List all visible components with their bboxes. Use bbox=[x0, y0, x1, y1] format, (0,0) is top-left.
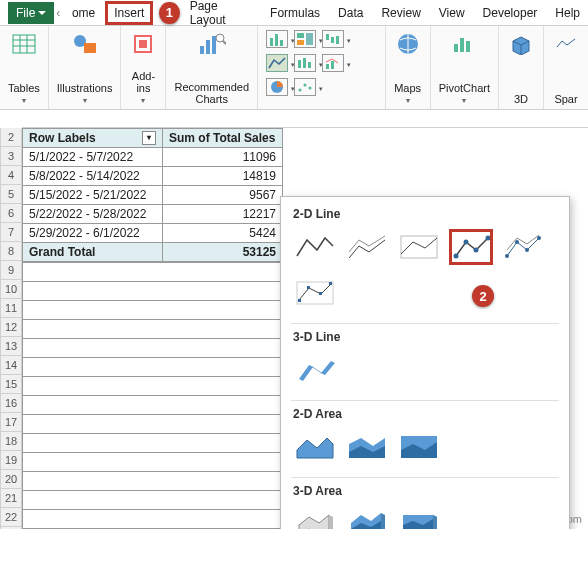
line-chart-button[interactable]: ▾ bbox=[266, 54, 288, 72]
table-row[interactable]: 5/22/2022 - 5/28/202212217 bbox=[23, 205, 283, 224]
row-header[interactable]: 10 bbox=[0, 280, 22, 299]
svg-rect-17 bbox=[297, 33, 304, 38]
chart-100-stacked-line[interactable] bbox=[397, 229, 441, 265]
empty-row[interactable] bbox=[23, 434, 283, 453]
row-header[interactable]: 12 bbox=[0, 318, 22, 337]
table-row[interactable]: 5/29/2022 - 6/1/20225424 bbox=[23, 224, 283, 243]
row-header[interactable]: 23 bbox=[0, 527, 22, 529]
row-header[interactable]: 21 bbox=[0, 489, 22, 508]
row-header[interactable]: 13 bbox=[0, 337, 22, 356]
group-addins[interactable]: Add- ins ▾ bbox=[121, 26, 166, 109]
row-header[interactable]: 16 bbox=[0, 394, 22, 413]
chevron-down-icon: ▾ bbox=[406, 96, 410, 105]
empty-row[interactable] bbox=[23, 415, 283, 434]
column-chart-button[interactable]: ▾ bbox=[266, 30, 288, 48]
empty-row[interactable] bbox=[23, 263, 283, 282]
tab-file[interactable]: File bbox=[8, 2, 54, 24]
tab-insert[interactable]: Insert bbox=[105, 1, 153, 25]
tab-help[interactable]: Help bbox=[547, 2, 588, 24]
table-row[interactable]: 5/8/2022 - 5/14/202214819 bbox=[23, 167, 283, 186]
pie-chart-button[interactable]: ▾ bbox=[266, 78, 288, 96]
table-row[interactable]: 5/1/2022 - 5/7/202211096 bbox=[23, 148, 283, 167]
filter-dropdown-icon[interactable]: ▾ bbox=[142, 131, 156, 145]
group-maps[interactable]: Maps ▾ bbox=[386, 26, 431, 109]
tab-view[interactable]: View bbox=[431, 2, 473, 24]
row-header[interactable]: 17 bbox=[0, 413, 22, 432]
chart-stacked-line-markers[interactable] bbox=[501, 229, 545, 265]
tab-home[interactable]: ome bbox=[64, 2, 103, 24]
shapes-icon bbox=[71, 30, 99, 58]
waterfall-chart-button[interactable]: ▾ bbox=[322, 30, 344, 48]
tab-formulas[interactable]: Formulas bbox=[262, 2, 328, 24]
statistic-chart-button[interactable]: ▾ bbox=[294, 54, 316, 72]
tab-review[interactable]: Review bbox=[373, 2, 428, 24]
chart-3d-line[interactable] bbox=[293, 352, 337, 388]
row-header[interactable]: 22 bbox=[0, 508, 22, 527]
empty-row[interactable] bbox=[23, 301, 283, 320]
svg-rect-22 bbox=[336, 36, 339, 44]
row-header[interactable]: 11 bbox=[0, 299, 22, 318]
gallery-heading-3d-line: 3-D Line bbox=[281, 326, 569, 348]
tab-data[interactable]: Data bbox=[330, 2, 371, 24]
gallery-heading-2d-line: 2-D Line bbox=[281, 203, 569, 225]
group-pivotchart[interactable]: PivotChart ▾ bbox=[431, 26, 499, 109]
svg-rect-0 bbox=[13, 35, 35, 53]
scroll-left-icon[interactable]: ‹ bbox=[56, 6, 62, 20]
row-header[interactable]: 20 bbox=[0, 470, 22, 489]
row-header[interactable]: 14 bbox=[0, 356, 22, 375]
empty-row[interactable] bbox=[23, 282, 283, 301]
svg-rect-9 bbox=[200, 46, 204, 54]
group-recommended-charts[interactable]: Recommended Charts bbox=[166, 26, 258, 109]
svg-rect-14 bbox=[270, 38, 273, 46]
group-sparklines[interactable]: Spar bbox=[544, 26, 588, 109]
scatter-chart-button[interactable]: ▾ bbox=[294, 78, 316, 96]
chart-line[interactable] bbox=[293, 229, 337, 265]
empty-row[interactable] bbox=[23, 491, 283, 510]
svg-rect-45 bbox=[297, 282, 333, 304]
empty-row[interactable] bbox=[23, 510, 283, 529]
chart-3d-area[interactable] bbox=[293, 506, 337, 529]
pivot-header-rowlabels[interactable]: Row Labels ▾ bbox=[23, 129, 163, 148]
chart-stacked-line[interactable] bbox=[345, 229, 389, 265]
empty-row[interactable] bbox=[23, 453, 283, 472]
chart-3d-100-stacked-area[interactable] bbox=[397, 506, 441, 529]
svg-point-29 bbox=[299, 89, 302, 92]
row-header[interactable]: 9 bbox=[0, 261, 22, 280]
empty-row[interactable] bbox=[23, 472, 283, 491]
row-header[interactable]: 2 bbox=[0, 128, 22, 147]
row-header[interactable]: 3 bbox=[0, 147, 22, 166]
chevron-down-icon: ▾ bbox=[22, 96, 26, 105]
group-illustrations[interactable]: Illustrations ▾ bbox=[49, 26, 122, 109]
group-tables[interactable]: Tables ▾ bbox=[0, 26, 49, 109]
row-header[interactable]: 19 bbox=[0, 451, 22, 470]
chart-100-stacked-line-markers[interactable] bbox=[293, 275, 337, 311]
empty-row[interactable] bbox=[23, 320, 283, 339]
hierarchy-chart-button[interactable]: ▾ bbox=[294, 30, 316, 48]
chart-stacked-area[interactable] bbox=[345, 429, 389, 465]
empty-row[interactable] bbox=[23, 339, 283, 358]
table-row[interactable]: 5/15/2022 - 5/21/20229567 bbox=[23, 186, 283, 205]
svg-rect-36 bbox=[401, 236, 437, 258]
row-header[interactable]: 15 bbox=[0, 375, 22, 394]
row-header[interactable]: 6 bbox=[0, 204, 22, 223]
combo-chart-button[interactable]: ▾ bbox=[322, 54, 344, 72]
row-header[interactable]: 8 bbox=[0, 242, 22, 261]
row-header[interactable]: 7 bbox=[0, 223, 22, 242]
row-header[interactable]: 18 bbox=[0, 432, 22, 451]
tab-developer[interactable]: Developer bbox=[475, 2, 546, 24]
recommended-chart-icon bbox=[198, 30, 226, 58]
svg-rect-48 bbox=[319, 292, 322, 295]
chart-3d-stacked-area[interactable] bbox=[345, 506, 389, 529]
svg-point-38 bbox=[464, 240, 469, 245]
group-3d[interactable]: 3D bbox=[499, 26, 544, 109]
empty-row[interactable] bbox=[23, 396, 283, 415]
chart-area[interactable] bbox=[293, 429, 337, 465]
chart-100-stacked-area[interactable] bbox=[397, 429, 441, 465]
row-header[interactable]: 4 bbox=[0, 166, 22, 185]
chevron-down-icon: ▾ bbox=[83, 96, 87, 105]
empty-row[interactable] bbox=[23, 358, 283, 377]
chart-line-markers[interactable] bbox=[449, 229, 493, 265]
pivot-table[interactable]: Row Labels ▾ Sum of Total Sales 5/1/2022… bbox=[22, 128, 283, 262]
empty-row[interactable] bbox=[23, 377, 283, 396]
row-header[interactable]: 5 bbox=[0, 185, 22, 204]
